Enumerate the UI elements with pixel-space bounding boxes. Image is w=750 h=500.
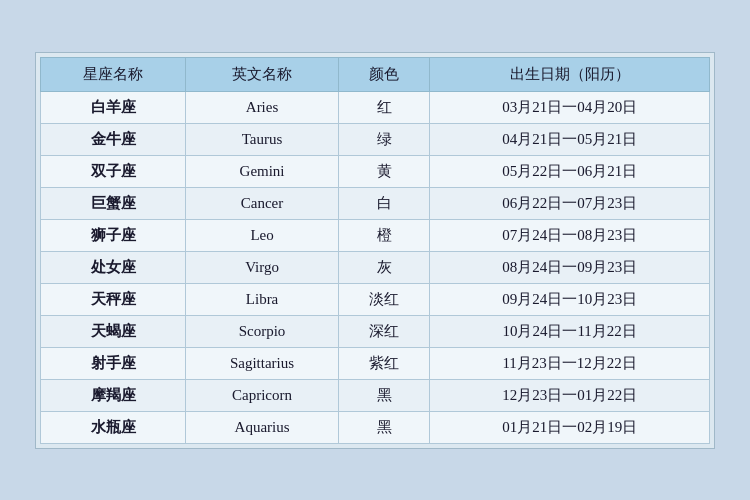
cell-color: 橙 [338, 219, 429, 251]
cell-chinese-name: 处女座 [41, 251, 186, 283]
header-color: 颜色 [338, 57, 429, 91]
table-row: 白羊座Aries红03月21日一04月20日 [41, 91, 710, 123]
cell-dates: 07月24日一08月23日 [430, 219, 710, 251]
table-row: 天蝎座Scorpio深红10月24日一11月22日 [41, 315, 710, 347]
header-dates: 出生日期（阳历） [430, 57, 710, 91]
table-row: 水瓶座Aquarius黑01月21日一02月19日 [41, 411, 710, 443]
cell-dates: 10月24日一11月22日 [430, 315, 710, 347]
table-row: 处女座Virgo灰08月24日一09月23日 [41, 251, 710, 283]
table-header-row: 星座名称 英文名称 颜色 出生日期（阳历） [41, 57, 710, 91]
cell-english-name: Aries [186, 91, 339, 123]
cell-dates: 09月24日一10月23日 [430, 283, 710, 315]
cell-english-name: Gemini [186, 155, 339, 187]
cell-chinese-name: 天蝎座 [41, 315, 186, 347]
cell-english-name: Capricorn [186, 379, 339, 411]
cell-english-name: Cancer [186, 187, 339, 219]
cell-color: 黄 [338, 155, 429, 187]
cell-color: 淡红 [338, 283, 429, 315]
cell-color: 黑 [338, 379, 429, 411]
cell-chinese-name: 摩羯座 [41, 379, 186, 411]
cell-english-name: Taurus [186, 123, 339, 155]
cell-dates: 12月23日一01月22日 [430, 379, 710, 411]
header-english-name: 英文名称 [186, 57, 339, 91]
cell-dates: 01月21日一02月19日 [430, 411, 710, 443]
cell-chinese-name: 金牛座 [41, 123, 186, 155]
cell-dates: 06月22日一07月23日 [430, 187, 710, 219]
table-row: 金牛座Taurus绿04月21日一05月21日 [41, 123, 710, 155]
table-body: 白羊座Aries红03月21日一04月20日金牛座Taurus绿04月21日一0… [41, 91, 710, 443]
table-row: 天秤座Libra淡红09月24日一10月23日 [41, 283, 710, 315]
cell-english-name: Scorpio [186, 315, 339, 347]
cell-english-name: Leo [186, 219, 339, 251]
cell-color: 红 [338, 91, 429, 123]
zodiac-table: 星座名称 英文名称 颜色 出生日期（阳历） 白羊座Aries红03月21日一04… [40, 57, 710, 444]
cell-color: 灰 [338, 251, 429, 283]
cell-color: 黑 [338, 411, 429, 443]
cell-chinese-name: 射手座 [41, 347, 186, 379]
table-row: 双子座Gemini黄05月22日一06月21日 [41, 155, 710, 187]
cell-chinese-name: 巨蟹座 [41, 187, 186, 219]
cell-english-name: Virgo [186, 251, 339, 283]
table-row: 摩羯座Capricorn黑12月23日一01月22日 [41, 379, 710, 411]
cell-dates: 05月22日一06月21日 [430, 155, 710, 187]
cell-color: 白 [338, 187, 429, 219]
cell-chinese-name: 白羊座 [41, 91, 186, 123]
cell-color: 绿 [338, 123, 429, 155]
cell-english-name: Libra [186, 283, 339, 315]
cell-chinese-name: 狮子座 [41, 219, 186, 251]
cell-dates: 08月24日一09月23日 [430, 251, 710, 283]
cell-color: 紫红 [338, 347, 429, 379]
cell-english-name: Aquarius [186, 411, 339, 443]
table-row: 射手座Sagittarius紫红11月23日一12月22日 [41, 347, 710, 379]
cell-english-name: Sagittarius [186, 347, 339, 379]
cell-chinese-name: 双子座 [41, 155, 186, 187]
table-row: 巨蟹座Cancer白06月22日一07月23日 [41, 187, 710, 219]
header-chinese-name: 星座名称 [41, 57, 186, 91]
cell-dates: 03月21日一04月20日 [430, 91, 710, 123]
cell-chinese-name: 天秤座 [41, 283, 186, 315]
cell-dates: 04月21日一05月21日 [430, 123, 710, 155]
cell-color: 深红 [338, 315, 429, 347]
cell-chinese-name: 水瓶座 [41, 411, 186, 443]
zodiac-table-container: 星座名称 英文名称 颜色 出生日期（阳历） 白羊座Aries红03月21日一04… [35, 52, 715, 449]
cell-dates: 11月23日一12月22日 [430, 347, 710, 379]
table-row: 狮子座Leo橙07月24日一08月23日 [41, 219, 710, 251]
